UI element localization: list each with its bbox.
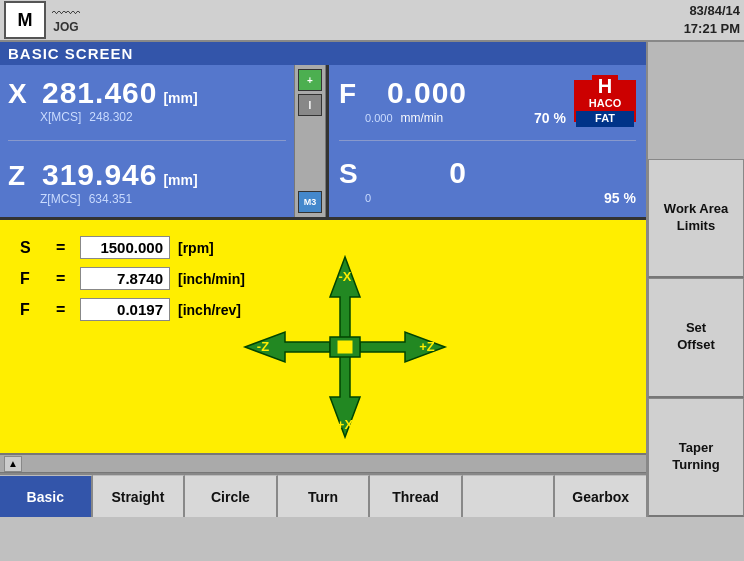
tab-turn[interactable]: Turn	[278, 475, 371, 517]
svg-text:+Z: +Z	[419, 339, 435, 354]
s-equals: =	[56, 239, 72, 257]
f2-value: 0.0197	[80, 298, 170, 321]
datetime-display: 83/84/1417:21 PM	[684, 2, 740, 38]
svg-text:+X: +X	[337, 417, 354, 432]
svg-text:-X: -X	[339, 269, 352, 284]
haco-logo: H HACO FAT	[574, 80, 636, 122]
s-row: S = 1500.000 [rpm]	[20, 236, 245, 259]
axes-area: X 281.460 [mm] X[MCS] 248.302 Z 319.9	[0, 65, 294, 217]
s-value: 1500.000	[80, 236, 170, 259]
x-axis-row: X 281.460 [mm] X[MCS] 248.302	[8, 76, 286, 124]
z-axis-value: 319.946	[42, 158, 157, 192]
coords-section: X 281.460 [mm] X[MCS] 248.302 Z 319.9	[0, 65, 646, 220]
title-bar: BASIC SCREEN	[0, 42, 646, 65]
crosshair-svg: -X +X -Z +Z	[235, 247, 455, 447]
feed-sub-value: 0.000	[365, 112, 393, 124]
spindle-row: S 0 0 95 %	[339, 156, 636, 206]
s-unit: [rpm]	[178, 240, 214, 256]
z-axis-row: Z 319.946 [mm] Z[MCS] 634.351	[8, 158, 286, 206]
haco-text: HACO	[576, 96, 634, 111]
spindle-percent: 95 %	[604, 190, 636, 206]
i-button[interactable]: I	[298, 94, 322, 116]
spindle-value: 0	[367, 156, 467, 190]
f1-label: F	[20, 270, 48, 288]
f2-label: F	[20, 301, 48, 319]
center-controls: + I M3	[294, 65, 326, 217]
top-bar: M 〰〰 JOG 83/84/1417:21 PM	[0, 0, 744, 42]
x-mcs-label: X[MCS]	[40, 111, 81, 123]
tab-gearbox[interactable]: Gearbox	[555, 475, 646, 517]
bottom-tabs: Basic Straight Circle Turn Thread Gearbo…	[0, 473, 646, 517]
jog-waves-icon: 〰〰	[52, 6, 80, 20]
z-axis-unit: [mm]	[163, 172, 197, 188]
x-mcs-value: 248.302	[89, 110, 132, 124]
tab-straight[interactable]: Straight	[93, 475, 186, 517]
spindle-letter: S	[339, 158, 359, 190]
tab-basic[interactable]: Basic	[0, 475, 93, 517]
main-content: BASIC SCREEN X 281.460 [mm] X[MCS] 248.3…	[0, 42, 744, 517]
feed-letter: F	[339, 78, 359, 110]
feed-unit: mm/min	[401, 111, 444, 125]
work-area-limits-button[interactable]: Work AreaLimits	[648, 159, 744, 279]
f2-equals: =	[56, 301, 72, 319]
svg-text:-Z: -Z	[257, 339, 269, 354]
tab-circle[interactable]: Circle	[185, 475, 278, 517]
spindle-sub-value: 0	[365, 192, 371, 204]
f1-row: F = 7.8740 [inch/min]	[20, 267, 245, 290]
sf-display: S = 1500.000 [rpm] F = 7.8740 [inch/min]…	[20, 236, 245, 321]
jog-indicator: 〰〰 JOG	[52, 6, 80, 34]
logo-box: M	[4, 1, 46, 39]
feed-row: F 0.000 0.000 mm/min 70 % H	[339, 76, 636, 126]
feed-percent: 70 %	[534, 110, 566, 126]
tab-thread[interactable]: Thread	[370, 475, 463, 517]
fat-text: FAT	[576, 111, 634, 126]
f1-equals: =	[56, 270, 72, 288]
m3-button[interactable]: M3	[298, 191, 322, 213]
work-area: S = 1500.000 [rpm] F = 7.8740 [inch/min]…	[0, 220, 646, 453]
scroll-up-button[interactable]: ▲	[4, 456, 22, 472]
feed-value: 0.000	[367, 76, 467, 110]
x-axis-letter: X	[8, 78, 36, 110]
sidebar-spacer-1	[648, 42, 744, 159]
svg-rect-5	[337, 340, 353, 354]
jog-label: JOG	[53, 20, 78, 34]
scroll-area: ▲	[0, 453, 646, 473]
set-offset-button[interactable]: SetOffset	[648, 278, 744, 398]
x-axis-value: 281.460	[42, 76, 157, 110]
left-panel: BASIC SCREEN X 281.460 [mm] X[MCS] 248.3…	[0, 42, 646, 517]
right-sidebar: Work AreaLimits SetOffset TaperTurning	[646, 42, 744, 517]
taper-turning-button[interactable]: TaperTurning	[648, 398, 744, 518]
s-label: S	[20, 239, 48, 257]
z-axis-letter: Z	[8, 160, 36, 192]
f2-row: F = 0.0197 [inch/rev]	[20, 298, 245, 321]
direction-arrows: -X +X -Z +Z	[235, 247, 455, 447]
plus-button[interactable]: +	[298, 69, 322, 91]
haco-brand-bottom: HACO FAT	[576, 96, 634, 127]
logo-letter: M	[18, 10, 33, 31]
haco-h: H	[592, 75, 618, 97]
z-mcs-value: 634.351	[89, 192, 132, 206]
f1-unit: [inch/min]	[178, 271, 245, 287]
f2-unit: [inch/rev]	[178, 302, 241, 318]
haco-brand-top: H	[592, 76, 618, 96]
z-mcs-label: Z[MCS]	[40, 193, 81, 205]
tab-empty	[463, 475, 556, 517]
feed-section: F 0.000 0.000 mm/min 70 % H	[326, 65, 646, 217]
x-axis-unit: [mm]	[163, 90, 197, 106]
f1-value: 7.8740	[80, 267, 170, 290]
